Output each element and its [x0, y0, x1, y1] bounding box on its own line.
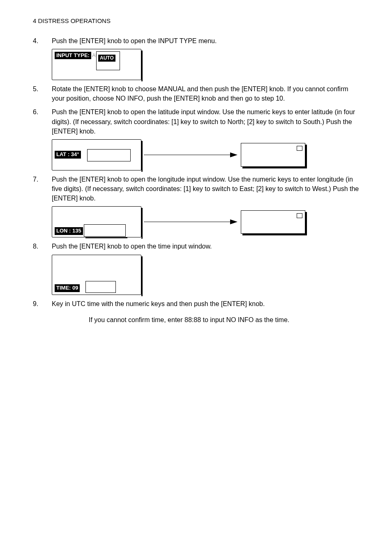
- popup-auto: AUTO: [98, 55, 115, 62]
- input-type-label: INPUT TYPE:: [55, 52, 91, 60]
- lon-entry-panel: INPUT TYPE: MANUAL LAT : 34°42.1234 NORT…: [52, 206, 141, 237]
- step-text: Push the [ENTER] knob to open the time i…: [52, 242, 359, 251]
- svg-marker-1: [230, 152, 238, 157]
- step-number: 6.: [33, 107, 45, 117]
- step-number: 7.: [33, 175, 45, 184]
- svg-marker-3: [230, 219, 238, 224]
- step-number: 8.: [33, 242, 45, 251]
- step-text: Push the [ENTER] knob to open the longit…: [52, 175, 359, 203]
- step-5: 5. Rotate the [ENTER] knob to choose MAN…: [33, 84, 359, 103]
- cursor-box-icon: [297, 146, 302, 151]
- step-8: 8. Push the [ENTER] knob to open the tim…: [33, 242, 359, 295]
- step-9: 9. Key in UTC time with the numeric keys…: [33, 299, 359, 325]
- step-text: Key in UTC time with the numeric keys an…: [52, 299, 359, 309]
- step-text: Push the [ENTER] knob to open the INPUT …: [52, 36, 359, 46]
- step-4: 4. Push the [ENTER] knob to open the INP…: [33, 36, 359, 80]
- lon-result-panel: INPUT TYPE: MANUAL LAT : 34°42.1234 NORT…: [241, 210, 305, 234]
- step-number: 9.: [33, 299, 45, 309]
- result-dim1: INPUT TYPE: MANUAL: [244, 145, 302, 152]
- input-type-panel: INPUT TYPE: AUTO LAT : 34°42.1234 NORTH …: [52, 49, 141, 80]
- step-7: 7. Push the [ENTER] knob to open the lon…: [33, 175, 359, 238]
- lat-entry-panel: INPUT TYPE: MANUAL LAT : 34 42.1234 NORT…: [52, 139, 141, 170]
- lon-label-highlight: LON : 135: [55, 227, 83, 235]
- cursor-box-icon: [297, 213, 302, 218]
- step-number: 4.: [33, 36, 45, 46]
- page-header: 4 DISTRESS OPERATIONS: [33, 16, 359, 25]
- lat-label-highlight: LAT : 34: [55, 151, 81, 159]
- time-entry-panel: INPUT TYPE: MANUAL LAT : 34°42.1234 NORT…: [52, 255, 141, 295]
- step-6: 6. Push the [ENTER] knob to open the lat…: [33, 107, 359, 170]
- step-text: Rotate the [ENTER] knob to choose MANUAL…: [52, 84, 359, 103]
- time-label-highlight: TIME: 09: [55, 284, 80, 292]
- step-note: If you cannot confirm time, enter 88:88 …: [89, 315, 359, 325]
- arrow-right-icon: [144, 147, 238, 163]
- result-dim1: INPUT TYPE: MANUAL: [244, 212, 302, 219]
- arrow-right-icon: [144, 214, 238, 230]
- lat-result-panel: INPUT TYPE: MANUAL LAT : 34°42.1234ORTH …: [241, 143, 305, 167]
- step-number: 5.: [33, 84, 45, 94]
- step-text: Push the [ENTER] knob to open the latitu…: [52, 107, 359, 136]
